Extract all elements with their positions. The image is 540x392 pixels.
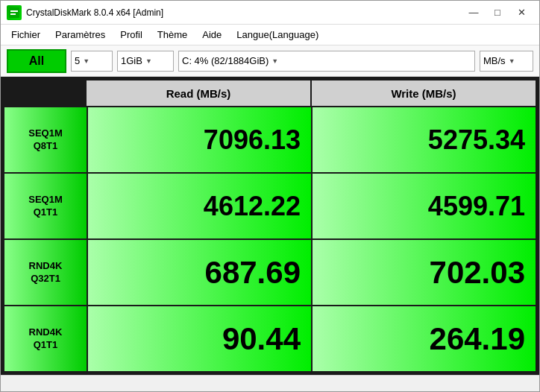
table-row: RND4K Q32T1 687.69 702.03 [4, 239, 536, 306]
minimize-button[interactable]: — [462, 5, 486, 20]
table-row: SEQ1M Q8T1 7096.13 5275.34 [4, 107, 536, 173]
rnd4k-q32t1-read: 687.69 [88, 240, 311, 305]
seq1m-q1t1-write: 4599.71 [313, 174, 536, 238]
menu-fichier[interactable]: Fichier [4, 26, 48, 43]
table-body: SEQ1M Q8T1 7096.13 5275.34 SEQ1M Q1T1 46… [4, 107, 536, 372]
svg-rect-2 [10, 13, 16, 15]
count-dropdown[interactable]: 5 ▼ [71, 51, 113, 72]
write-header: Write (MB/s) [312, 80, 536, 106]
all-button[interactable]: All [7, 49, 66, 73]
svg-rect-0 [9, 7, 19, 18]
unit-arrow: ▼ [509, 57, 515, 65]
row-label-rnd4k-q1t1: RND4K Q1T1 [4, 306, 87, 371]
seq1m-q8t1-write: 5275.34 [313, 107, 536, 172]
unit-dropdown[interactable]: MB/s ▼ [480, 51, 533, 72]
drive-dropdown[interactable]: C: 4% (82/1884GiB) ▼ [178, 51, 475, 72]
data-area: Read (MB/s) Write (MB/s) SEQ1M Q8T1 7096… [1, 77, 539, 375]
window-title: CrystalDiskMark 8.0.4 x64 [Admin] [26, 7, 462, 18]
read-header: Read (MB/s) [87, 80, 310, 106]
menu-profil[interactable]: Profil [113, 26, 150, 43]
close-button[interactable]: ✕ [509, 5, 533, 20]
table-header: Read (MB/s) Write (MB/s) [4, 80, 536, 107]
drive-value: C: 4% (82/1884GiB) [182, 55, 269, 66]
row-label-rnd4k-q32t1: RND4K Q32T1 [4, 240, 87, 305]
menu-langue[interactable]: Langue(Language) [229, 26, 326, 43]
menu-parametres[interactable]: Paramètres [48, 26, 113, 43]
rnd4k-q1t1-write: 264.19 [313, 306, 536, 371]
header-spacer [4, 80, 86, 107]
size-dropdown[interactable]: 1GiB ▼ [117, 51, 174, 72]
seq1m-q1t1-read: 4612.22 [88, 174, 311, 238]
drive-arrow: ▼ [271, 57, 278, 65]
menu-aide[interactable]: Aide [195, 26, 229, 43]
title-bar: CrystalDiskMark 8.0.4 x64 [Admin] — □ ✕ [1, 1, 539, 25]
app-icon [7, 5, 22, 20]
seq1m-q8t1-read: 7096.13 [88, 107, 311, 172]
table-row: SEQ1M Q1T1 4612.22 4599.71 [4, 173, 536, 239]
window-controls: — □ ✕ [462, 5, 533, 20]
main-window: CrystalDiskMark 8.0.4 x64 [Admin] — □ ✕ … [0, 0, 540, 392]
rnd4k-q1t1-read: 90.44 [88, 306, 311, 371]
row-label-seq1m-q1t1: SEQ1M Q1T1 [4, 174, 87, 238]
svg-rect-1 [10, 10, 18, 12]
rnd4k-q32t1-write: 702.03 [313, 240, 536, 305]
row-label-seq1m-q8t1: SEQ1M Q8T1 [4, 107, 87, 172]
maximize-button[interactable]: □ [486, 5, 509, 20]
menu-theme[interactable]: Thème [150, 26, 195, 43]
size-value: 1GiB [121, 55, 142, 66]
status-bar [1, 375, 539, 391]
menu-bar: Fichier Paramètres Profil Thème Aide Lan… [1, 25, 539, 45]
toolbar: All 5 ▼ 1GiB ▼ C: 4% (82/1884GiB) ▼ MB/s… [1, 45, 539, 77]
table-row: RND4K Q1T1 90.44 264.19 [4, 306, 536, 372]
unit-value: MB/s [483, 55, 506, 66]
size-arrow: ▼ [145, 57, 152, 65]
count-value: 5 [75, 55, 80, 66]
count-arrow: ▼ [83, 57, 90, 65]
